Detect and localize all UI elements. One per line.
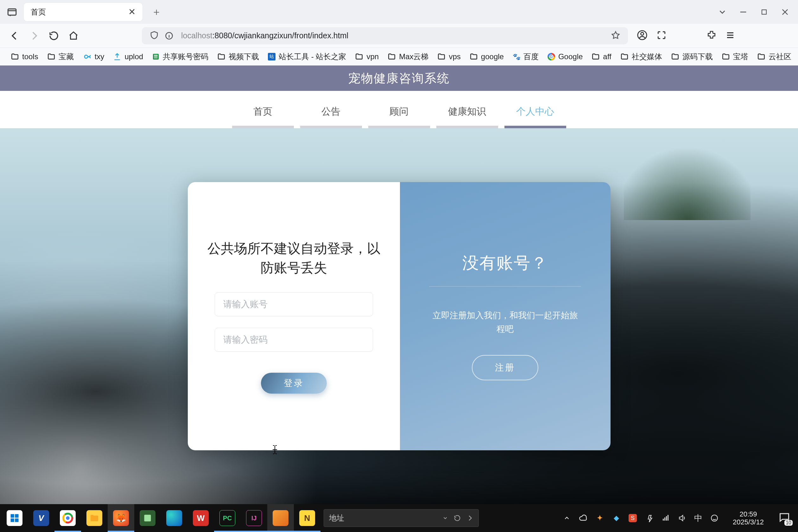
window-minimize-button[interactable]	[734, 3, 753, 21]
nav-item-underline	[300, 126, 362, 128]
bookmark-item[interactable]: 社交媒体	[616, 50, 667, 63]
nav-item-underline	[436, 126, 498, 128]
system-tray[interactable]: ✦ ◆ S 中	[557, 513, 724, 524]
bookmark-label: tools	[22, 52, 38, 61]
svg-point-23	[711, 515, 718, 521]
svg-rect-21	[666, 516, 667, 520]
tray-volume-icon[interactable]	[678, 514, 686, 522]
bookmark-item[interactable]: txy	[78, 50, 109, 63]
tab-active[interactable]: 首页 ✕	[24, 3, 142, 21]
username-input[interactable]	[215, 292, 373, 316]
tab-title: 首页	[31, 7, 46, 17]
browser-chrome: 首页 ✕ ＋	[0, 0, 798, 65]
tab-strip: 首页 ✕ ＋	[0, 0, 798, 24]
nav-item-underline	[505, 126, 566, 128]
taskbar-app-intellij[interactable]: IJ	[241, 504, 267, 532]
home-button[interactable]	[65, 27, 82, 44]
login-button[interactable]: 登录	[261, 373, 327, 394]
svg-rect-11	[11, 518, 14, 522]
start-button[interactable]	[1, 504, 28, 532]
app-menu-icon[interactable]	[725, 31, 735, 41]
password-input[interactable]	[215, 328, 373, 352]
all-tabs-button[interactable]	[712, 3, 732, 21]
bookmark-item[interactable]: GGoogle	[543, 50, 587, 63]
taskbar-app-explorer[interactable]	[81, 504, 108, 532]
window-close-button[interactable]	[775, 3, 795, 21]
bookmark-item[interactable]: tools	[6, 50, 43, 63]
bookmark-item[interactable]: 宝藏	[43, 50, 78, 63]
register-button[interactable]: 注册	[472, 355, 538, 380]
bookmark-label: uplod	[125, 52, 143, 61]
bookmark-item[interactable]: 宝塔	[717, 50, 753, 63]
tray-security-icon[interactable]: ◆	[612, 514, 621, 522]
tray-app-a-icon[interactable]: ✦	[595, 514, 604, 522]
taskbar-app-pycharm[interactable]: PC	[214, 504, 241, 532]
taskbar-app-edge[interactable]	[161, 504, 188, 532]
screenshot-icon[interactable]	[657, 30, 667, 41]
bookmark-item[interactable]: google	[465, 50, 508, 63]
nav-item[interactable]: 顾问	[368, 105, 430, 128]
bookmarks-overflow-icon[interactable]	[796, 51, 798, 62]
taskbar-clock[interactable]: 20:59 2025/3/12	[724, 510, 772, 526]
site-info-icon[interactable]	[165, 31, 173, 40]
nav-item[interactable]: 首页	[232, 105, 294, 128]
window-maximize-button[interactable]	[754, 3, 774, 21]
bookmark-label: aff	[603, 52, 611, 61]
bookmark-item[interactable]: vps	[433, 50, 465, 63]
notif-badge: 10	[784, 520, 793, 526]
bookmark-item[interactable]: 站站长工具 - 站长之家	[264, 50, 350, 63]
nav-item-label: 顾问	[390, 105, 408, 126]
new-tab-button[interactable]: ＋	[149, 4, 164, 20]
nav-item[interactable]: 健康知识	[436, 105, 498, 128]
address-bar[interactable]: localhost:8080/cwjiankangzixun/front/ind…	[142, 27, 628, 44]
taskbar-app-orange[interactable]	[267, 504, 294, 532]
forward-button[interactable]	[26, 27, 42, 44]
tray-emoji-icon[interactable]	[710, 514, 719, 522]
bookmark-item[interactable]: 视频下载	[213, 50, 264, 63]
tray-cloud-icon[interactable]	[579, 514, 588, 522]
login-left-pane: 公共场所不建议自动登录，以防账号丢失 登录	[188, 182, 400, 450]
bookmark-item[interactable]: uplod	[109, 50, 148, 63]
tray-sogou-icon[interactable]: S	[628, 514, 637, 522]
taskbar-address-chips	[442, 515, 473, 521]
tray-overflow-icon[interactable]	[563, 514, 571, 522]
login-warning-text: 公共场所不建议自动登录，以防账号丢失	[207, 239, 381, 278]
tab-close-button[interactable]: ✕	[128, 7, 135, 17]
taskbar-address-box[interactable]: 地址	[324, 509, 479, 527]
taskbar-app-chrome[interactable]	[55, 504, 81, 532]
reload-button[interactable]	[45, 27, 62, 44]
bookmark-item[interactable]: 🐾百度	[508, 50, 543, 63]
bookmark-star-icon[interactable]	[611, 31, 620, 41]
svg-rect-8	[154, 58, 158, 58]
bookmark-item[interactable]: 源码下载	[667, 50, 717, 63]
tray-power-icon[interactable]	[645, 514, 653, 522]
svg-rect-12	[15, 518, 18, 522]
bookmark-item[interactable]: 共享账号密码	[148, 50, 213, 63]
action-center-button[interactable]: 10	[772, 504, 797, 532]
svg-rect-10	[15, 514, 18, 518]
bookmark-item[interactable]: 云社区	[753, 50, 796, 63]
account-icon[interactable]	[637, 30, 648, 42]
taskbar-app-1[interactable]: V	[28, 504, 55, 532]
taskbar-app-firefox[interactable]: 🦊	[108, 504, 134, 532]
hero-background: 公共场所不建议自动登录，以防账号丢失 登录 没有账号？ 立即注册加入我们，和我们…	[0, 128, 798, 504]
svg-rect-0	[8, 9, 16, 15]
bookmark-item[interactable]: vpn	[350, 50, 383, 63]
tray-ime-indicator[interactable]: 中	[694, 513, 702, 524]
taskbar-app-image[interactable]	[134, 504, 161, 532]
bookmark-item[interactable]: Max云梯	[383, 50, 433, 63]
nav-item[interactable]: 个人中心	[505, 105, 566, 128]
recent-tabs-button[interactable]	[3, 3, 21, 21]
tray-bars-icon[interactable]	[661, 514, 670, 522]
extensions-icon[interactable]	[706, 30, 717, 41]
bookmark-item[interactable]: aff	[587, 50, 615, 63]
back-button[interactable]	[6, 27, 23, 44]
taskbar-app-yellow[interactable]: N	[294, 504, 321, 532]
nav-item-label: 首页	[253, 105, 272, 126]
svg-rect-6	[154, 55, 158, 56]
bookmark-label: vpn	[366, 52, 379, 61]
tracking-protection-icon[interactable]	[150, 31, 159, 41]
svg-rect-19	[663, 519, 664, 520]
nav-item[interactable]: 公告	[300, 105, 362, 128]
taskbar-app-wps[interactable]: W	[188, 504, 214, 532]
